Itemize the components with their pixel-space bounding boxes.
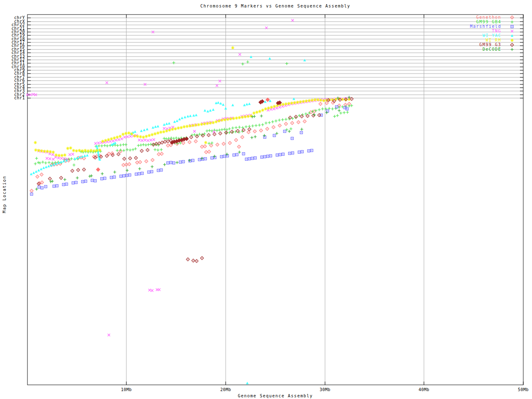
marker-marshfield	[94, 180, 96, 182]
marker-gm99-gb4	[119, 144, 122, 147]
marker-gm99-g3	[195, 259, 198, 263]
marker-decode	[89, 175, 91, 178]
marker-gm99-g3	[201, 134, 204, 137]
marker-marshfield	[320, 114, 323, 116]
marker-wi-rh	[177, 126, 180, 130]
x-axis-label-10Mb: 10Mb	[114, 387, 139, 392]
marker-wi-yac	[96, 147, 99, 150]
marker-gm99-gb4	[172, 62, 175, 64]
x-axis-label-40Mb: 40Mb	[411, 387, 436, 392]
marker-genethon	[200, 145, 204, 148]
marker-gm99-gb4	[134, 148, 137, 150]
marker-gm99-gb4	[140, 144, 143, 147]
marker-tng	[172, 126, 174, 128]
marker-genethon	[182, 141, 185, 145]
marker-wi-rh	[57, 154, 61, 157]
marker-genethon	[194, 140, 197, 143]
marker-marshfield	[138, 172, 140, 175]
marker-marshfield	[291, 152, 294, 154]
marker-decode	[251, 136, 254, 139]
marker-marshfield	[291, 137, 293, 140]
marker-wi-yac	[246, 382, 249, 384]
marker-gm99-gb4	[348, 105, 351, 108]
marker-genethon	[325, 101, 328, 105]
marker-gm99-g3	[224, 131, 228, 134]
marker-genethon	[228, 141, 232, 145]
marker-gm99-gb4	[206, 130, 209, 133]
marker-wi-rh	[305, 99, 308, 103]
marker-marshfield	[75, 181, 77, 184]
marker-wi-rh	[313, 98, 317, 101]
marker-gm99-gb4	[346, 111, 349, 114]
scatter-plot-canvas	[0, 0, 532, 399]
marker-gm99-g3	[111, 153, 114, 157]
marker-genethon	[135, 161, 139, 164]
marker-wi-rh	[273, 105, 276, 108]
marker-wi-rh	[153, 132, 157, 135]
marker-wi-rh	[142, 135, 145, 139]
marker-gm99-gb4	[350, 104, 353, 107]
marker-genethon	[36, 175, 39, 178]
marker-gm99-gb4	[125, 143, 128, 146]
marker-wi-yac	[215, 102, 217, 104]
marker-gm99-g3	[76, 168, 80, 172]
marker-marshfield	[172, 162, 175, 164]
marker-gm99-gb4	[101, 145, 103, 148]
marker-marshfield	[192, 159, 194, 162]
marker-gm99-g3	[71, 169, 74, 172]
marker-wi-rh	[113, 136, 116, 140]
marker-gm99-g3	[117, 153, 120, 156]
marker-marshfield	[276, 154, 278, 156]
marker-genethon	[216, 143, 219, 146]
marker-wi-rh	[118, 135, 122, 138]
marker-wi-yac	[184, 116, 186, 118]
marker-gm99-gb4	[285, 118, 288, 121]
marker-genethon	[344, 103, 347, 106]
marker-marshfield	[310, 149, 313, 152]
marker-wi-yac	[134, 131, 136, 133]
marker-wi-rh	[299, 100, 302, 103]
marker-gm99-gb4	[137, 144, 140, 147]
marker-gm99-g3	[219, 132, 222, 135]
marker-marshfield	[65, 183, 68, 185]
marker-marshfield	[288, 152, 291, 155]
marker-gm99-gb4	[145, 144, 148, 147]
marker-wi-yac	[178, 118, 181, 121]
marker-tng	[239, 53, 241, 56]
marker-marshfield	[198, 158, 201, 161]
marker-genethon	[297, 121, 300, 124]
marker-genethon	[111, 152, 114, 155]
marker-marshfield	[84, 180, 87, 182]
marker-marshfield	[126, 174, 128, 177]
marker-gm99-gb4	[340, 112, 342, 115]
marker-decode	[64, 178, 66, 181]
marker-marshfield	[72, 182, 74, 184]
marker-gm99-g3	[158, 142, 161, 145]
marker-gm99-gb4	[70, 158, 73, 160]
marker-wi-rh	[180, 126, 183, 129]
marker-marshfield	[30, 193, 33, 195]
marker-gm99-gb4	[39, 162, 42, 165]
marker-decode	[176, 161, 179, 164]
marker-marshfield	[53, 185, 55, 187]
marker-wi-yac	[209, 109, 212, 112]
marker-gm99-gb4	[261, 123, 264, 126]
marker-genethon	[122, 163, 125, 167]
marker-wi-yac	[212, 108, 214, 111]
marker-marshfield	[135, 173, 138, 175]
marker-gm99-gb4	[165, 138, 168, 140]
marker-gm99-gb4	[35, 157, 38, 160]
marker-wi-yac	[140, 130, 143, 132]
marker-tng	[94, 142, 97, 145]
marker-gm99-gb4	[331, 108, 334, 111]
marker-genethon	[303, 120, 306, 123]
marker-gm99-gb4	[172, 137, 175, 140]
marker-wi-yac	[163, 123, 165, 126]
y-axis-label-chr1: chr1	[0, 96, 25, 100]
marker-gm99-gb4	[119, 149, 122, 152]
x-axis-label-30Mb: 30Mb	[313, 387, 337, 392]
marker-wi-rh	[150, 133, 154, 136]
legend-label-tng: TNG	[435, 29, 501, 33]
marker-gm99-gb4	[198, 133, 201, 136]
marker-wi-rh	[60, 154, 64, 157]
